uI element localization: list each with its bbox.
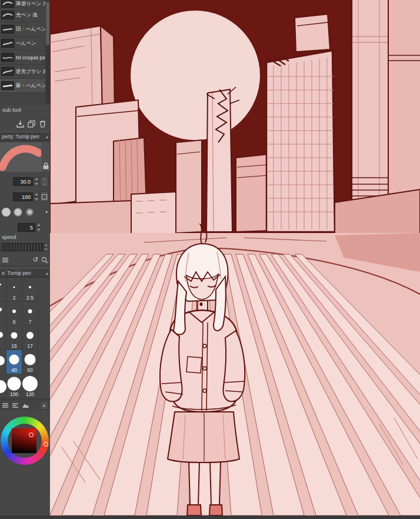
sub-tool-caption: sub tool (2, 107, 21, 113)
settings-bars-icon[interactable] (2, 257, 9, 263)
grid-filler (38, 278, 50, 399)
opacity-row: 100 ▲▼ (0, 189, 50, 204)
brush-preview (0, 142, 50, 172)
stabilization-row: 5 ▲▼ (0, 220, 50, 234)
sub-tool-list: 厚塗りペン ガ 光ペン 改 旧・ぺんペン ぺんペン NI croquis pen (0, 0, 50, 105)
speed-label: speed (2, 234, 16, 240)
tool-list-item[interactable]: 厚塗りペン ガ (0, 0, 50, 8)
size-cell[interactable]: 6 (6, 302, 22, 326)
chevron-down-icon[interactable]: ▾ (45, 209, 48, 215)
sub-tool-actions (0, 118, 49, 129)
stabilization-stepper[interactable]: ▲▼ (36, 222, 42, 232)
brush-stroke-icon (1, 67, 14, 76)
brush-size-stepper[interactable]: ▲▼ (34, 177, 39, 187)
medium-tip-icon[interactable] (14, 208, 22, 217)
size-cell-partial[interactable] (0, 374, 6, 398)
size-cell-partial[interactable] (0, 302, 6, 326)
soft-tip-icon[interactable] (25, 208, 34, 217)
size-column-1: 2 6 15 40 100 (6, 278, 22, 399)
tool-list-item-selected[interactable]: 新・ぺんペン (0, 79, 50, 93)
size-cell[interactable]: 7 (22, 302, 38, 326)
moon (131, 11, 260, 140)
brush-tip-row: ▾ (0, 205, 50, 219)
hue-marker[interactable] (44, 442, 48, 447)
brush-stroke-preview (0, 142, 42, 172)
brush-size-grid: 2 6 15 40 100 2.5 7 17 50 120 (0, 278, 50, 399)
canvas-viewport[interactable] (50, 0, 420, 519)
tool-list-item[interactable]: ぺんペン (0, 36, 50, 51)
brush-stroke-icon (1, 81, 14, 90)
scrollbar-thumb[interactable] (46, 2, 49, 45)
import-button[interactable] (16, 119, 25, 128)
size-cell-partial[interactable] (0, 278, 6, 302)
clipped-size-column (0, 278, 6, 399)
hard-tip-icon[interactable] (2, 208, 11, 217)
color-wheel-panel (0, 412, 50, 519)
window-bottom-edge (0, 515, 420, 519)
trash-button[interactable] (38, 119, 47, 128)
lock-icon (43, 162, 49, 169)
brush-stroke-icon (1, 0, 14, 8)
brush-size-row: 30.0 ▲▼ ⌄⌄ (0, 174, 50, 188)
brush-stroke-icon (1, 11, 14, 19)
opacity-dynamics-button[interactable] (40, 191, 49, 202)
size-cell[interactable]: 15 (6, 326, 22, 350)
speed-stepper[interactable]: ▲▼ (44, 243, 49, 251)
sv-marker[interactable] (29, 432, 34, 437)
tool-item-label: 旧・ぺんペン (16, 26, 46, 33)
brush-stroke-icon (1, 53, 14, 62)
list-view-icon[interactable] (2, 402, 9, 408)
tool-list-item[interactable]: 旧・ぺんペン (0, 22, 50, 36)
canvas-illustration (50, 0, 420, 519)
size-cell-selected[interactable]: 40 (6, 350, 22, 374)
detail-view-icon[interactable] (12, 402, 19, 408)
tool-list-item[interactable]: 光ペン 改 (0, 8, 50, 22)
brush-size-field[interactable]: 30.0 (13, 177, 33, 186)
tool-item-label: 新・ぺんペン (16, 82, 46, 89)
stabilization-field[interactable]: 5 (18, 223, 35, 232)
property-footer: ↺ (0, 254, 50, 266)
tool-item-label: 逆光ブラシ 改 (16, 68, 48, 75)
brush-stroke-icon (1, 39, 14, 48)
duplicate-button[interactable] (27, 119, 36, 128)
size-column-2: 2.5 7 17 50 120 (22, 278, 38, 399)
size-cell[interactable]: 2 (6, 278, 22, 302)
tool-list-item[interactable]: 逆光ブラシ 改 (0, 65, 50, 79)
tool-item-label: ぺんペン (16, 40, 36, 47)
size-cell[interactable]: 120 (22, 374, 38, 398)
tool-property-header[interactable]: perty: Turnip pen ▴ (0, 132, 50, 141)
collapse-icon[interactable]: ▴ (46, 134, 48, 139)
lock-strip[interactable] (42, 142, 50, 172)
size-cell-partial[interactable] (0, 326, 6, 350)
tool-list-scrollbar[interactable] (45, 0, 50, 104)
size-cell-partial[interactable] (0, 350, 6, 374)
brush-size-palette-title: e: Turnip pen (2, 270, 31, 276)
tool-item-label: 厚塗りペン ガ (16, 1, 48, 8)
size-cell[interactable]: 100 (6, 374, 22, 398)
opacity-stepper[interactable]: ▲▼ (34, 192, 39, 202)
speed-slider-row: ▲▼ (1, 243, 49, 251)
opacity-field[interactable]: 100 (13, 192, 33, 201)
tool-item-label: 光ペン 改 (16, 12, 38, 19)
scroll-up-button[interactable]: ▴ (40, 401, 48, 410)
tool-item-label: NI croquis pen (16, 55, 48, 61)
size-cell[interactable]: 50 (22, 350, 38, 374)
left-tool-panel: 厚塗りペン ガ 光ペン 改 旧・ぺんペン ぺんペン NI croquis pen (0, 0, 50, 519)
collapse-icon[interactable]: ▴ (46, 271, 48, 276)
history-icon[interactable]: ↺ (33, 257, 38, 263)
tool-property-title: perty: Turnip pen (2, 134, 39, 139)
pressure-dynamics-button[interactable]: ⌄⌄ (40, 176, 49, 187)
tool-list-item[interactable]: NI croquis pen (0, 51, 50, 65)
mountain-icon[interactable] (22, 402, 29, 408)
speed-slider[interactable] (1, 243, 43, 251)
palette-footer: ▴ (0, 399, 50, 411)
brush-size-palette-header[interactable]: e: Turnip pen ▴ (0, 268, 50, 278)
saturation-value-square[interactable] (12, 428, 36, 453)
size-cell[interactable]: 17 (22, 326, 38, 350)
size-cell[interactable]: 2.5 (22, 278, 38, 302)
search-icon[interactable] (41, 257, 48, 264)
brush-stroke-icon (1, 25, 14, 34)
